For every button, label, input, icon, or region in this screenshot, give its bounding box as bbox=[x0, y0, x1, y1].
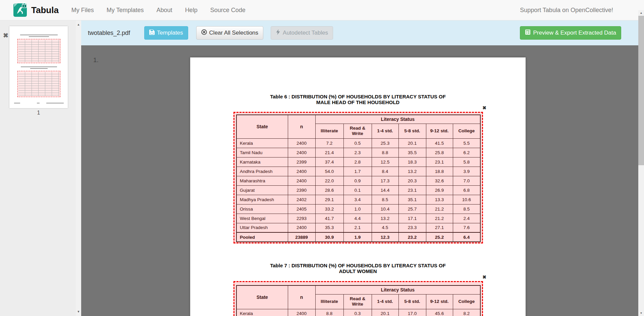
thumbnail-title-line bbox=[20, 35, 58, 35]
document-filename: twotables_2.pdf bbox=[88, 30, 130, 37]
nav-links: My Files My Templates About Help Source … bbox=[71, 7, 246, 14]
nav-item-help[interactable]: Help bbox=[185, 7, 198, 14]
thumbnail-footer-line bbox=[46, 103, 64, 103]
templates-button-label: Templates bbox=[157, 30, 183, 36]
thumbnail-footer-line bbox=[37, 103, 40, 103]
table6-title-line1: Table 6 : DISTRIBUTION (%) OF HOUSEHOLDS… bbox=[190, 94, 526, 100]
clear-all-selections-button[interactable]: Clear All Selections bbox=[196, 26, 263, 40]
lightning-bolt-icon bbox=[276, 29, 280, 37]
top-navbar: Tabula My Files My Templates About Help … bbox=[0, 0, 644, 20]
pdf-viewer[interactable]: 1. Table 6 : DISTRIBUTION (%) OF HOUSEHO… bbox=[81, 45, 638, 316]
page-1-thumbnail[interactable] bbox=[9, 26, 68, 108]
autodetect-tables-button[interactable]: Autodetect Tables bbox=[271, 26, 333, 40]
autodetect-tables-label: Autodetect Tables bbox=[283, 30, 328, 36]
save-template-icon bbox=[149, 30, 155, 37]
scrollbar-down-arrow-icon[interactable]: ▼ bbox=[638, 310, 644, 316]
thumbnail-footer-line bbox=[14, 103, 20, 103]
nav-item-source-code[interactable]: Source Code bbox=[210, 7, 246, 14]
thumbnail-selection-1 bbox=[17, 39, 60, 63]
scrollbar-up-arrow-icon[interactable]: ▲ bbox=[638, 10, 644, 16]
brand-name: Tabula bbox=[31, 5, 59, 15]
support-link[interactable]: Support Tabula on OpenCollective! bbox=[520, 7, 613, 14]
remove-page-button[interactable]: ✖ bbox=[3, 32, 8, 39]
thumbnail-table-lines bbox=[18, 40, 59, 62]
thumbnail-page-number: 1 bbox=[9, 110, 68, 116]
table7-title: Table 7 : DISTRIBUTION (%) OF HOUSEHOLDS… bbox=[190, 263, 526, 274]
thumbnail-title-line bbox=[21, 66, 57, 67]
preview-export-label: Preview & Export Extracted Data bbox=[533, 30, 616, 36]
nav-item-my-templates[interactable]: My Templates bbox=[107, 7, 144, 14]
table7-title-line2: ADULT WOMEN bbox=[190, 269, 526, 274]
table6-selection-close-icon[interactable]: ✖ bbox=[482, 105, 486, 110]
scroll-up-arrow-icon[interactable]: ▲ bbox=[77, 23, 80, 26]
table6-title: Table 6 : DISTRIBUTION (%) OF HOUSEHOLDS… bbox=[190, 94, 526, 105]
pdf-page-1[interactable]: Table 6 : DISTRIBUTION (%) OF HOUSEHOLDS… bbox=[190, 57, 526, 316]
circle-x-icon bbox=[201, 29, 207, 37]
toolbar: twotables_2.pdf Templates Clear All Sele… bbox=[81, 20, 638, 45]
main-panel: twotables_2.pdf Templates Clear All Sele… bbox=[81, 20, 638, 316]
templates-button[interactable]: Templates bbox=[144, 26, 188, 40]
thumbnail-title-line bbox=[29, 36, 49, 37]
viewer-page-label: 1. bbox=[93, 56, 99, 64]
sidebar-scrollbar[interactable]: ▲ ▼ bbox=[76, 20, 81, 316]
scrollbar-thumb[interactable] bbox=[638, 16, 644, 165]
thumbnail-selection-2 bbox=[17, 71, 60, 97]
table-list-icon bbox=[525, 29, 531, 37]
thumbnail-title-line bbox=[30, 68, 48, 69]
brand-link[interactable]: Tabula bbox=[13, 3, 59, 17]
tabula-pdf-lock-icon bbox=[13, 3, 27, 17]
window-scrollbar[interactable]: ▲ ▼ bbox=[638, 10, 644, 316]
table6-selection-box[interactable]: ✖ bbox=[233, 112, 483, 243]
clear-all-selections-label: Clear All Selections bbox=[209, 30, 258, 36]
nav-item-about[interactable]: About bbox=[157, 7, 172, 14]
table6-title-line2: MALE HEAD OF THE HOUSEHOLD bbox=[190, 100, 526, 105]
scroll-down-arrow-icon[interactable]: ▼ bbox=[77, 310, 80, 313]
preview-export-button[interactable]: Preview & Export Extracted Data bbox=[520, 26, 621, 40]
nav-item-my-files[interactable]: My Files bbox=[71, 7, 94, 14]
thumbnail-table-lines bbox=[18, 72, 59, 96]
table7-selection-close-icon[interactable]: ✖ bbox=[482, 275, 486, 279]
page-thumbnails-sidebar: ✖ 1 bbox=[0, 20, 76, 316]
table7-title-line1: Table 7 : DISTRIBUTION (%) OF HOUSEHOLDS… bbox=[190, 263, 526, 269]
table7-selection-box[interactable]: ✖ bbox=[233, 281, 483, 316]
